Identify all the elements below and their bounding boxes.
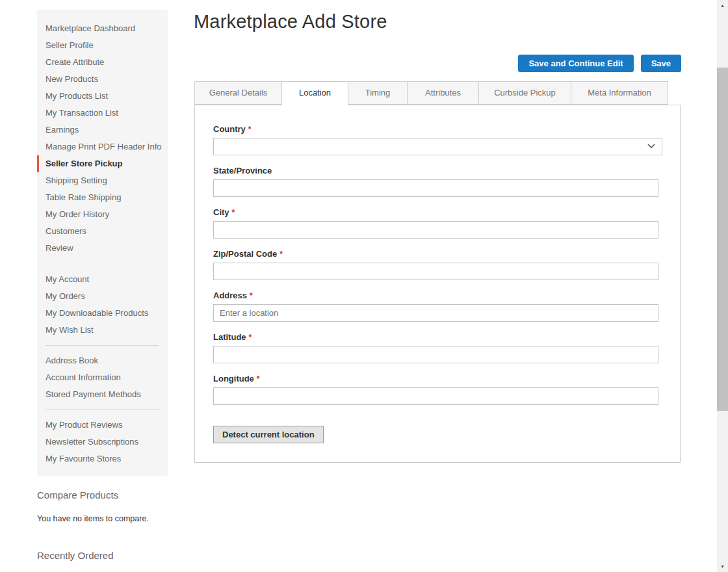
- country-field-group: Country*: [213, 124, 662, 155]
- sidebar-item-stored-payment-methods[interactable]: Stored Payment Methods: [37, 386, 168, 403]
- required-asterisk: *: [257, 374, 260, 384]
- sidebar-item-my-account[interactable]: My Account: [37, 271, 168, 288]
- sidebar-item-seller-profile[interactable]: Seller Profile: [37, 37, 168, 54]
- latitude-field-group: Latitude*: [213, 332, 662, 363]
- address-field-group: Address*: [213, 291, 662, 322]
- city-field-group: City*: [213, 207, 662, 239]
- longitude-input[interactable]: [213, 387, 658, 405]
- compare-products-empty-message: You have no items to compare.: [37, 514, 149, 523]
- sidebar-section-account: My Account My Orders My Downloadable Pro…: [37, 271, 168, 339]
- zip-input[interactable]: [213, 263, 658, 280]
- sidebar-section-misc: My Product Reviews Newsletter Subscripti…: [37, 417, 168, 467]
- sidebar-item-seller-store-pickup[interactable]: Seller Store Pickup: [37, 155, 168, 172]
- detect-current-location-button[interactable]: Detect current location: [213, 426, 324, 443]
- tab-attributes[interactable]: Attributes: [408, 81, 479, 105]
- sidebar-item-account-information[interactable]: Account Information: [37, 369, 168, 386]
- sidebar-item-marketplace-dashboard[interactable]: Marketplace Dashboard: [37, 20, 168, 37]
- store-tabs: General Details Location Timing Attribut…: [194, 81, 668, 105]
- sidebar-item-my-transaction-list[interactable]: My Transaction List: [37, 105, 168, 122]
- chevron-down-icon: [647, 144, 655, 149]
- page-title: Marketplace Add Store: [194, 11, 387, 32]
- sidebar-item-address-book[interactable]: Address Book: [37, 352, 168, 369]
- city-label: City*: [213, 207, 662, 218]
- recently-ordered-title: Recently Ordered: [37, 550, 114, 561]
- sidebar-item-my-favourite-stores[interactable]: My Favourite Stores: [37, 450, 168, 467]
- latitude-label: Latitude*: [213, 332, 662, 343]
- tab-timing[interactable]: Timing: [348, 81, 408, 105]
- sidebar-item-my-orders[interactable]: My Orders: [37, 288, 168, 305]
- sidebar-item-my-product-reviews[interactable]: My Product Reviews: [37, 417, 168, 434]
- sidebar-item-newsletter-subscriptions[interactable]: Newsletter Subscriptions: [37, 434, 168, 450]
- sidebar-divider: [46, 410, 159, 410]
- tab-meta-information[interactable]: Meta Information: [571, 81, 668, 105]
- required-asterisk: *: [249, 333, 252, 342]
- country-select[interactable]: [213, 138, 662, 155]
- account-sidebar: Marketplace Dashboard Seller Profile Cre…: [37, 10, 168, 476]
- sidebar-item-my-order-history[interactable]: My Order History: [37, 206, 168, 223]
- save-button[interactable]: Save: [641, 55, 681, 72]
- sidebar-item-my-wish-list[interactable]: My Wish List: [37, 322, 168, 339]
- required-asterisk: *: [250, 291, 253, 300]
- sidebar-item-table-rate-shipping[interactable]: Table Rate Shipping: [37, 189, 168, 206]
- required-asterisk: *: [248, 125, 252, 134]
- location-tab-panel: Country* State/Province City* Zip/Postal…: [194, 105, 681, 463]
- sidebar-item-create-attribute[interactable]: Create Attribute: [37, 54, 168, 71]
- state-label: State/Province: [213, 166, 662, 176]
- sidebar-section-gap: [37, 257, 168, 271]
- address-label: Address*: [213, 291, 662, 301]
- sidebar-item-my-products-list[interactable]: My Products List: [37, 88, 168, 105]
- longitude-label: Longitude*: [213, 374, 662, 384]
- country-label: Country*: [213, 124, 662, 135]
- city-input[interactable]: [213, 221, 658, 239]
- required-asterisk: *: [280, 250, 283, 259]
- tab-curbside-pickup[interactable]: Curbside Pickup: [479, 81, 571, 105]
- sidebar-item-my-downloadable-products[interactable]: My Downloadable Products: [37, 305, 168, 322]
- state-field-group: State/Province: [213, 166, 662, 197]
- sidebar-item-review[interactable]: Review: [37, 240, 168, 257]
- latitude-input[interactable]: [213, 346, 658, 363]
- sidebar-item-new-products[interactable]: New Products: [37, 71, 168, 88]
- scroll-up-icon[interactable]: ▲: [717, 0, 728, 11]
- address-input[interactable]: [213, 304, 658, 322]
- sidebar-item-customers[interactable]: Customers: [37, 223, 168, 240]
- longitude-field-group: Longitude*: [213, 374, 662, 405]
- vertical-scrollbar[interactable]: ▲ ▼: [717, 0, 728, 572]
- state-input[interactable]: [213, 179, 658, 197]
- zip-field-group: Zip/Postal Code*: [213, 249, 662, 280]
- sidebar-section-address: Address Book Account Information Stored …: [37, 352, 168, 403]
- sidebar-item-manage-print-pdf-header-info[interactable]: Manage Print PDF Header Info: [37, 138, 168, 155]
- header-actions: Save and Continue Edit Save: [518, 55, 681, 72]
- sidebar-divider: [46, 345, 159, 346]
- location-form: Country* State/Province City* Zip/Postal…: [195, 105, 680, 443]
- sidebar-section-marketplace: Marketplace Dashboard Seller Profile Cre…: [37, 20, 168, 257]
- save-and-continue-button[interactable]: Save and Continue Edit: [518, 55, 633, 72]
- tab-location[interactable]: Location: [282, 81, 348, 105]
- sidebar-item-shipping-setting[interactable]: Shipping Setting: [37, 172, 168, 189]
- compare-products-title: Compare Products: [37, 489, 118, 500]
- zip-label: Zip/Postal Code*: [213, 249, 662, 259]
- scrollbar-thumb[interactable]: [717, 68, 728, 411]
- sidebar-item-earnings[interactable]: Earnings: [37, 122, 168, 138]
- tab-general-details[interactable]: General Details: [194, 81, 282, 105]
- scroll-down-icon[interactable]: ▼: [717, 561, 728, 572]
- required-asterisk: *: [232, 208, 235, 217]
